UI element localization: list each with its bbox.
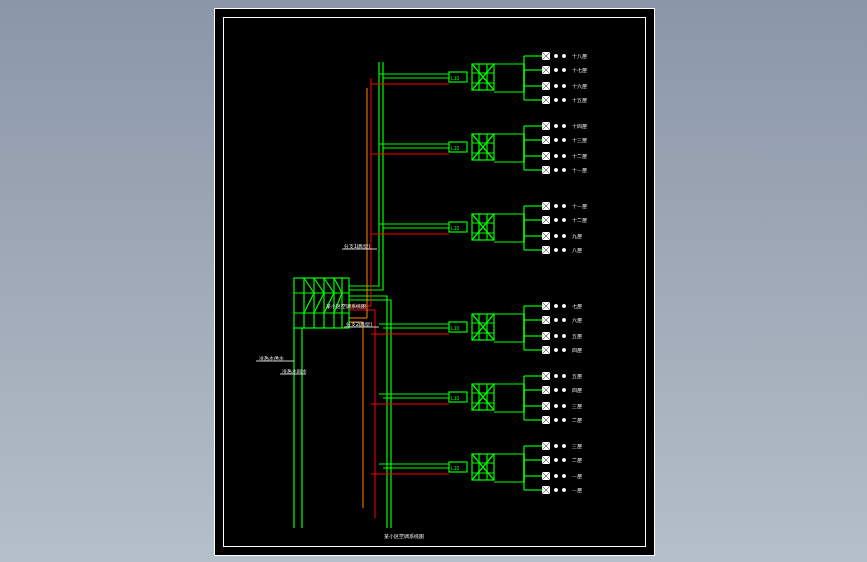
svg-point-36	[554, 154, 558, 158]
svg-text:L10: L10	[451, 225, 460, 231]
branch-5: L10三层二层一层一层	[371, 442, 582, 494]
svg-point-51	[554, 218, 558, 222]
drawing-stage: 冷热水供水 冷热水回水 某小区空调系统图 分支1(典型) 分支2(典型) L10…	[224, 18, 645, 546]
svg-text:八层: 八层	[572, 247, 582, 253]
svg-point-108	[554, 458, 558, 462]
branch-4: L10五层四层三层二层	[371, 372, 582, 424]
svg-text:四层: 四层	[572, 347, 582, 353]
svg-point-78	[554, 348, 558, 352]
svg-point-116	[554, 488, 558, 492]
svg-point-79	[562, 348, 566, 352]
svg-point-21	[554, 98, 558, 102]
svg-point-55	[554, 234, 558, 238]
svg-text:十一层: 十一层	[572, 203, 587, 209]
svg-point-47	[554, 204, 558, 208]
main-return-label: 冷热水回水	[282, 368, 307, 374]
svg-text:一层: 一层	[572, 487, 582, 493]
svg-point-97	[554, 418, 558, 422]
svg-point-94	[562, 404, 566, 408]
svg-point-28	[554, 124, 558, 128]
svg-text:一层: 一层	[572, 473, 582, 479]
svg-point-37	[562, 154, 566, 158]
svg-point-117	[562, 488, 566, 492]
svg-point-29	[562, 124, 566, 128]
svg-text:四层: 四层	[572, 387, 582, 393]
branch-1: L10十四层十三层十二层十一层	[371, 122, 587, 174]
svg-point-105	[562, 444, 566, 448]
svg-text:十四层: 十四层	[572, 123, 587, 129]
svg-text:L10: L10	[451, 75, 460, 81]
svg-point-85	[554, 374, 558, 378]
svg-text:十八层: 十八层	[572, 53, 587, 59]
svg-point-40	[554, 168, 558, 172]
svg-text:十六层: 十六层	[572, 83, 587, 89]
svg-text:二层: 二层	[572, 417, 582, 423]
svg-point-86	[562, 374, 566, 378]
svg-text:二层: 二层	[572, 457, 582, 463]
svg-text:九层: 九层	[572, 233, 582, 239]
svg-point-89	[554, 388, 558, 392]
drawing-title: 某小区空调系统图	[384, 533, 424, 539]
svg-point-56	[562, 234, 566, 238]
svg-text:十二层: 十二层	[572, 217, 587, 223]
svg-text:L10: L10	[451, 465, 460, 471]
svg-point-67	[562, 304, 566, 308]
svg-text:十七层: 十七层	[572, 67, 587, 73]
svg-point-109	[562, 458, 566, 462]
svg-text:七层: 七层	[572, 303, 582, 309]
mid-label-2: 某小区空调系统图	[326, 303, 366, 309]
svg-point-33	[562, 138, 566, 142]
svg-point-41	[562, 168, 566, 172]
svg-text:三层: 三层	[572, 403, 582, 409]
svg-point-70	[554, 318, 558, 322]
svg-point-59	[554, 248, 558, 252]
svg-text:五层: 五层	[572, 333, 582, 339]
svg-text:L10: L10	[451, 145, 460, 151]
svg-point-32	[554, 138, 558, 142]
svg-text:十五层: 十五层	[572, 97, 587, 103]
svg-point-13	[554, 68, 558, 72]
svg-point-66	[554, 304, 558, 308]
branch-3: L10七层六层五层四层	[371, 302, 582, 354]
branch-0: L10十八层十七层十六层十五层	[371, 52, 587, 104]
cad-viewport[interactable]: 冷热水供水 冷热水回水 某小区空调系统图 分支1(典型) 分支2(典型) L10…	[214, 8, 655, 556]
svg-point-74	[554, 334, 558, 338]
svg-point-75	[562, 334, 566, 338]
branch-2: L10十一层十二层九层八层	[371, 202, 587, 254]
svg-point-90	[562, 388, 566, 392]
svg-text:十二层: 十二层	[572, 153, 587, 159]
svg-point-113	[562, 474, 566, 478]
svg-text:五层: 五层	[572, 373, 582, 379]
svg-point-9	[554, 54, 558, 58]
svg-text:六层: 六层	[572, 317, 582, 323]
main-supply-label: 冷热水供水	[259, 355, 284, 361]
svg-point-17	[554, 84, 558, 88]
svg-point-93	[554, 404, 558, 408]
svg-point-48	[562, 204, 566, 208]
svg-point-14	[562, 68, 566, 72]
mid-label-3: 分支2(典型)	[346, 321, 372, 327]
svg-point-112	[554, 474, 558, 478]
svg-point-60	[562, 248, 566, 252]
svg-point-18	[562, 84, 566, 88]
svg-text:十三层: 十三层	[572, 137, 587, 143]
svg-point-22	[562, 98, 566, 102]
svg-point-71	[562, 318, 566, 322]
svg-point-98	[562, 418, 566, 422]
svg-point-10	[562, 54, 566, 58]
mid-label-1: 分支1(典型)	[344, 243, 370, 249]
svg-text:L10: L10	[451, 325, 460, 331]
svg-point-52	[562, 218, 566, 222]
svg-text:三层: 三层	[572, 443, 582, 449]
svg-text:L10: L10	[451, 395, 460, 401]
svg-point-104	[554, 444, 558, 448]
svg-text:十一层: 十一层	[572, 167, 587, 173]
